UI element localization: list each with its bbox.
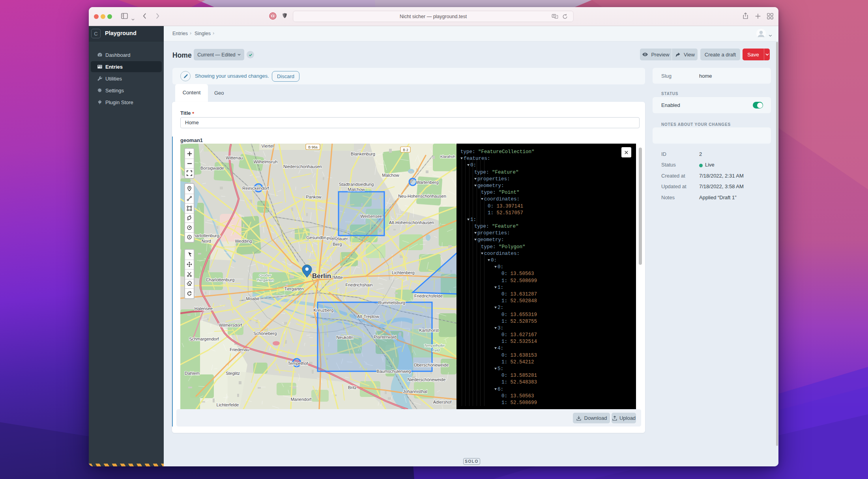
svg-text:Wedding: Wedding [235, 239, 252, 243]
svg-text:Rummelsburg: Rummelsburg [378, 300, 405, 305]
svg-text:Niederschöneweide: Niederschöneweide [408, 377, 446, 382]
svg-text:Berlin: Berlin [312, 272, 331, 280]
svg-text:Klarahoh: Klarahoh [440, 154, 455, 159]
svg-text:Wittenau: Wittenau [226, 155, 243, 160]
svg-text:Berg: Berg [333, 242, 342, 247]
svg-text:Wilhelmsruh: Wilhelmsruh [254, 159, 278, 164]
svg-text:B 96a: B 96a [308, 145, 318, 149]
svg-text:Halensee: Halensee [195, 306, 213, 311]
svg-text:Friedenau: Friedenau [230, 347, 249, 352]
svg-text:Feld: Feld [432, 348, 440, 352]
svg-text:Tempelhofer: Tempelhofer [424, 343, 445, 348]
svg-text:Weißensee: Weißensee [360, 214, 382, 219]
svg-text:Tempelhof: Tempelhof [288, 361, 309, 366]
svg-text:Charlottenburg: Charlottenburg [206, 277, 235, 282]
svg-text:Neu-Hohenschönhausen: Neu-Hohenschönhausen [398, 194, 446, 198]
svg-text:Großer: Großer [259, 273, 271, 277]
svg-text:Moabit: Moabit [246, 296, 259, 301]
svg-text:Malchow: Malchow [348, 187, 365, 192]
svg-text:Lichtenberg: Lichtenberg [392, 270, 415, 275]
svg-text:Schöneberg: Schöneberg [253, 331, 277, 336]
svg-text:Oberschöneweide: Oberschöneweide [414, 363, 449, 367]
svg-text:Prenzlauer: Prenzlauer [327, 236, 348, 241]
svg-text:Friedrichsfelde: Friedrichsfelde [414, 294, 443, 298]
svg-text:Tiergarten: Tiergarten [256, 278, 273, 282]
svg-text:Schmargendorf: Schmargendorf [189, 337, 219, 341]
svg-text:Mariendorf: Mariendorf [291, 397, 312, 402]
svg-text:Stadtrandsiedlung: Stadtrandsiedlung [339, 182, 374, 187]
svg-text:Neukölln: Neukölln [337, 335, 354, 340]
svg-text:B 2: B 2 [403, 148, 408, 152]
svg-text:Viertel: Viertel [262, 144, 274, 148]
svg-text:Alt-Hohenschönhausen: Alt-Hohenschönhausen [389, 220, 434, 225]
svg-text:Adlershof: Adlershof [433, 400, 452, 404]
svg-text:Alt-Treptow: Alt-Treptow [357, 314, 379, 319]
svg-text:Blankenburg: Blankenburg [351, 152, 375, 156]
svg-text:Lichterfelde: Lichterfelde [217, 402, 239, 407]
svg-text:Wilmersdorf: Wilmersdorf [219, 323, 243, 327]
svg-text:Tiergarten: Tiergarten [284, 286, 304, 291]
svg-text:Niederschonhausen: Niederschonhausen [283, 164, 322, 169]
svg-text:Friedrichshain: Friedrichshain [345, 283, 372, 287]
svg-text:Kreuzberg: Kreuzberg [314, 308, 334, 312]
svg-text:Baumschulenweg: Baumschulenweg [377, 369, 411, 374]
svg-text:harlottenburg-: harlottenburg- [194, 233, 221, 238]
svg-text:Pankow: Pankow [306, 195, 321, 199]
svg-text:Karlshorst: Karlshorst [419, 328, 439, 333]
svg-text:Planterwald: Planterwald [374, 335, 396, 339]
svg-text:Malchow: Malchow [382, 173, 399, 178]
svg-text:Dahlem: Dahlem [185, 371, 200, 376]
svg-text:Steglitz: Steglitz [226, 371, 240, 376]
svg-text:Britz: Britz [348, 385, 357, 390]
svg-text:Wartenberg: Wartenberg [416, 180, 438, 185]
svg-text:Nord: Nord [202, 239, 211, 243]
svg-text:Mitte: Mitte [333, 275, 343, 280]
svg-text:Johannisthal: Johannisthal [403, 389, 427, 394]
svg-text:Reinickendorf: Reinickendorf [242, 186, 269, 191]
svg-text:Borsigwalde: Borsigwalde [200, 166, 224, 170]
